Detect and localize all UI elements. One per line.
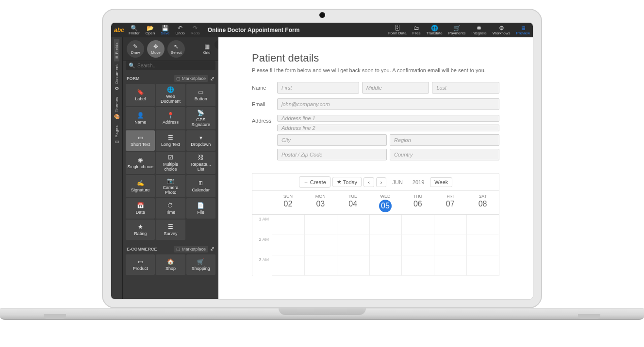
city-input[interactable]: City xyxy=(277,134,387,146)
region-input[interactable]: Region xyxy=(390,134,499,146)
address-line2-input[interactable]: Address line 2 xyxy=(277,125,499,131)
rail-tab-fields[interactable]: ≡Fields xyxy=(114,39,119,62)
field-tile-short-text[interactable]: ▭Short Text xyxy=(126,130,155,151)
marketplace-icon: ▢ xyxy=(176,247,181,252)
field-tile-dropdown[interactable]: ▾Dropdown xyxy=(186,130,215,151)
expand-icon[interactable]: ⤢ xyxy=(210,76,215,82)
calendar-cell[interactable] xyxy=(272,235,304,255)
field-tile-date[interactable]: 📅Date xyxy=(126,198,155,219)
field-tile-gps-signature[interactable]: 📡GPS Signature xyxy=(186,107,215,129)
last-name-input[interactable]: Last xyxy=(432,82,499,94)
mode-move[interactable]: ✥Move xyxy=(147,40,165,58)
rail-tab-pages[interactable]: ▭Pages xyxy=(114,123,119,148)
calendar-day-thu[interactable]: THU06 xyxy=(401,191,434,214)
redo-button[interactable]: ↷Redo xyxy=(188,23,203,37)
form-canvas[interactable]: Patient details Please fill the form bel… xyxy=(218,37,533,299)
postal-input[interactable]: Postal / Zip Code xyxy=(277,149,387,160)
expand-icon[interactable]: ⤢ xyxy=(210,246,215,252)
rail-tab-themes[interactable]: 🎨Themes xyxy=(114,94,119,123)
calendar-today-button[interactable]: ★Today xyxy=(332,177,362,187)
field-tile-rating[interactable]: ★Rating xyxy=(126,220,155,240)
open-button[interactable]: 📂Open xyxy=(143,23,158,37)
first-name-input[interactable]: First xyxy=(277,82,359,94)
calendar-day-mon[interactable]: MON03 xyxy=(304,191,337,214)
rail-tab-document[interactable]: ✿Document xyxy=(114,62,119,94)
calendar-cell[interactable] xyxy=(466,215,499,235)
product-icon: ▭ xyxy=(138,259,143,265)
calendar-cell[interactable] xyxy=(337,215,369,235)
calendar-cell[interactable] xyxy=(434,215,466,235)
search-icon: 🔍 xyxy=(131,25,138,31)
field-tile-product[interactable]: ▭Product xyxy=(126,254,155,275)
field-tile-survey[interactable]: ☰Survey xyxy=(156,220,185,240)
calendar-cell[interactable] xyxy=(304,215,337,235)
calendar-cell[interactable] xyxy=(401,215,434,235)
calendar-day-fri[interactable]: FRI07 xyxy=(434,191,466,214)
field-tile-name[interactable]: 👤Name xyxy=(126,107,155,129)
workflows-button[interactable]: ⚙Workflows xyxy=(490,23,513,37)
translate-button[interactable]: 🌐Translate xyxy=(424,23,446,37)
search-field[interactable]: 🔍 xyxy=(126,61,215,70)
calendar-cell[interactable] xyxy=(369,255,402,276)
field-tile-shop[interactable]: 🏠Shop xyxy=(156,254,185,275)
calendar-view-select[interactable]: Week xyxy=(430,177,452,187)
field-tile-time[interactable]: ⏱Time xyxy=(156,198,185,219)
files-button[interactable]: 🗂Files xyxy=(410,23,424,37)
mode-select[interactable]: ↖Select xyxy=(167,40,185,58)
field-tile-single-choice[interactable]: ◉Single choice xyxy=(126,152,155,174)
integrate-button[interactable]: ✱Integrate xyxy=(468,23,490,37)
calendar-create-button[interactable]: ＋Create xyxy=(299,176,330,188)
search-input[interactable] xyxy=(137,63,213,68)
finder-button[interactable]: 🔍Finder xyxy=(126,23,143,37)
calendar-next-button[interactable]: › xyxy=(376,177,387,187)
calendar-cell[interactable] xyxy=(369,235,402,255)
calendar-cell[interactable] xyxy=(466,235,499,255)
calendar-cell[interactable] xyxy=(401,235,434,255)
field-tile-address[interactable]: 📍Address xyxy=(156,107,185,129)
email-input[interactable]: john@company.com xyxy=(277,98,499,110)
field-tile-long-text[interactable]: ☰Long Text xyxy=(156,130,185,151)
calendar-cell[interactable] xyxy=(272,215,304,235)
field-tile-multiple-choice[interactable]: ☑Multiple choice xyxy=(156,152,185,174)
calendar-day-wed[interactable]: WED05 xyxy=(369,191,402,214)
field-tile-web-document[interactable]: 🌐Web Document xyxy=(156,84,185,106)
save-button[interactable]: 💾Save xyxy=(158,23,172,37)
calendar-cell[interactable] xyxy=(466,255,499,276)
field-tile-signature[interactable]: ✍Signature xyxy=(126,175,155,197)
field-tile-repeata-list[interactable]: ⛓Repeata... List xyxy=(186,152,215,174)
undo-button[interactable]: ↶Undo xyxy=(173,23,188,37)
address-line1-input[interactable]: Address line 1 xyxy=(277,115,499,122)
country-input[interactable]: Country xyxy=(390,149,499,160)
form-preview: Patient details Please fill the form bel… xyxy=(252,52,499,276)
redo-icon: ↷ xyxy=(193,25,198,31)
marketplace-button-ecom[interactable]: ▢Marketplace xyxy=(174,246,208,252)
calendar-cell[interactable] xyxy=(434,235,466,255)
calendar-cell[interactable] xyxy=(272,255,304,276)
payments-button[interactable]: 🛒Payments xyxy=(446,23,469,37)
field-tile-button[interactable]: ▭Button xyxy=(186,84,215,106)
middle-name-input[interactable]: Middle xyxy=(362,82,429,94)
marketplace-button[interactable]: ▢Marketplace xyxy=(174,75,208,82)
form-data-button[interactable]: 🗄Form Data xyxy=(385,23,410,37)
calendar-cell[interactable] xyxy=(337,235,369,255)
calendar-cell[interactable] xyxy=(369,215,402,235)
calendar-cell[interactable] xyxy=(337,255,369,276)
preview-button[interactable]: 🖥Preview xyxy=(513,23,533,37)
field-tile-file[interactable]: 📄File xyxy=(186,198,215,219)
field-tile-shopping[interactable]: 🛒Shopping xyxy=(186,254,215,275)
calendar-day-tue[interactable]: TUE04 xyxy=(337,191,369,214)
field-tile-calendar[interactable]: 🗓Calendar xyxy=(186,175,215,197)
calendar-prev-button[interactable]: ‹ xyxy=(363,177,374,187)
mode-draw[interactable]: ✎Draw xyxy=(127,40,144,58)
calendar-cell[interactable] xyxy=(304,235,337,255)
calendar-day-sat[interactable]: SAT08 xyxy=(466,191,499,214)
calendar-cell[interactable] xyxy=(304,255,337,276)
calendar-cell[interactable] xyxy=(434,255,466,276)
field-tile-camera-photo[interactable]: 📷Camera Photo xyxy=(156,175,185,197)
calendar-cell[interactable] xyxy=(401,255,434,276)
calendar-day-sun[interactable]: SUN02 xyxy=(272,191,304,214)
field-tile-label[interactable]: 🔖Label xyxy=(126,84,155,106)
grid-toggle[interactable]: ▦Grid xyxy=(199,43,215,55)
calendar-body[interactable]: 1 AM2 AM3 AM xyxy=(252,215,499,276)
calendar-widget: ＋Create ★Today ‹ › JUN 2019 Week xyxy=(252,173,499,276)
